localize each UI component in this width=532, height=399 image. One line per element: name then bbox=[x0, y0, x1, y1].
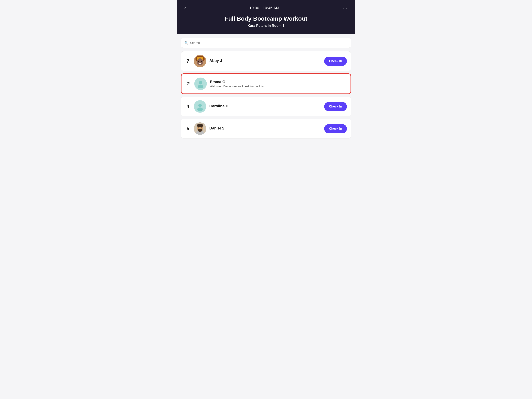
member-info: Emma GWelcome! Please see front desk to … bbox=[210, 80, 346, 88]
roster-card: 4 Caroline DCheck In bbox=[181, 97, 351, 116]
spot-number: 7 bbox=[185, 58, 191, 64]
svg-point-11 bbox=[198, 104, 202, 107]
check-in-button[interactable]: Check In bbox=[324, 56, 347, 66]
svg-point-9 bbox=[199, 81, 202, 84]
roster-card: 2 Emma GWelcome! Please see front desk t… bbox=[181, 73, 351, 94]
class-subtitle: Kara Peters in Room 1 bbox=[247, 24, 284, 28]
search-container: 🔍 bbox=[181, 38, 351, 48]
check-in-button[interactable]: Check In bbox=[324, 102, 347, 111]
more-options-button[interactable]: ··· bbox=[341, 5, 349, 11]
svg-point-16 bbox=[197, 124, 203, 127]
avatar-placeholder bbox=[194, 100, 206, 113]
avatar bbox=[194, 122, 206, 135]
header-nav: ‹ 10:00 - 10:45 AM ··· bbox=[183, 5, 349, 11]
svg-point-6 bbox=[198, 61, 199, 62]
svg-rect-4 bbox=[203, 57, 204, 61]
member-info: Daniel S bbox=[209, 126, 321, 131]
svg-point-10 bbox=[198, 85, 203, 88]
member-name: Abby J bbox=[209, 58, 321, 63]
roster-card: 7 Abby JChe bbox=[181, 51, 351, 71]
avatar bbox=[194, 55, 206, 67]
svg-rect-3 bbox=[196, 57, 197, 61]
member-name: Emma G bbox=[210, 80, 346, 84]
spot-number: 4 bbox=[185, 104, 191, 109]
member-info: Caroline D bbox=[209, 104, 321, 109]
svg-point-18 bbox=[198, 127, 199, 128]
member-info: Abby J bbox=[209, 58, 321, 64]
roster-card: 5 Daniel SCheck In bbox=[181, 119, 351, 138]
spot-number: 5 bbox=[185, 126, 191, 131]
check-in-button[interactable]: Check In bbox=[324, 124, 347, 133]
svg-point-7 bbox=[201, 61, 202, 62]
main-content: 🔍 7 bbox=[177, 34, 355, 145]
class-title: Full Body Bootcamp Workout bbox=[225, 15, 307, 22]
roster-list: 7 Abby JChe bbox=[181, 51, 351, 138]
search-icon: 🔍 bbox=[184, 41, 188, 45]
header: ‹ 10:00 - 10:45 AM ··· Full Body Bootcam… bbox=[177, 0, 355, 34]
member-name: Caroline D bbox=[209, 104, 321, 108]
time-display: 10:00 - 10:45 AM bbox=[249, 6, 279, 10]
svg-rect-8 bbox=[199, 63, 201, 64]
svg-point-5 bbox=[197, 58, 203, 65]
svg-point-19 bbox=[201, 127, 202, 128]
avatar-placeholder bbox=[194, 78, 207, 90]
spot-number: 2 bbox=[186, 81, 191, 87]
svg-point-20 bbox=[200, 129, 200, 130]
member-name: Daniel S bbox=[209, 126, 321, 131]
back-button[interactable]: ‹ bbox=[183, 5, 187, 11]
member-message: Welcome! Please see front desk to check … bbox=[210, 85, 346, 88]
search-input[interactable] bbox=[190, 41, 348, 45]
svg-point-12 bbox=[197, 107, 203, 111]
